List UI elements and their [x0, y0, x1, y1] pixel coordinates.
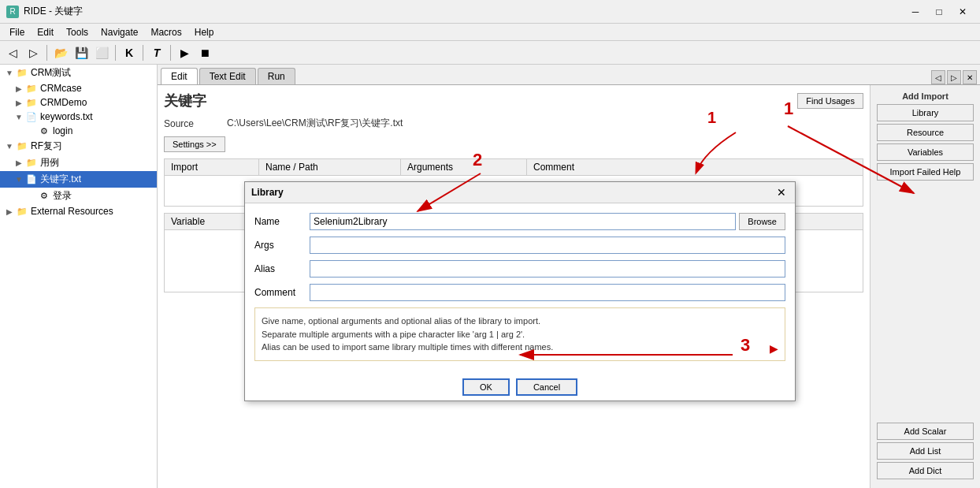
- folder-icon: 📁: [25, 83, 38, 94]
- folder-icon: 📁: [25, 158, 38, 169]
- titlebar-left: R RIDE - 关键字: [6, 5, 83, 18]
- modal-name-label: Name: [254, 216, 310, 227]
- tree-label: 用例: [40, 156, 59, 169]
- menu-macros[interactable]: Macros: [144, 25, 187, 39]
- help-text-line3: Alias can be used to import same library…: [262, 342, 553, 352]
- menubar: File Edit Tools Navigate Macros Help: [0, 24, 980, 41]
- modal-alias-input[interactable]: [310, 260, 785, 278]
- modal-browse-button[interactable]: Browse: [739, 213, 785, 230]
- modal-footer: OK Cancel: [245, 374, 795, 400]
- tab-text-edit[interactable]: Text Edit: [199, 68, 256, 84]
- right-sidebar: Add Import Library Resource Variables Im…: [870, 85, 980, 488]
- t-button[interactable]: T: [147, 43, 166, 62]
- folder-icon: 📁: [25, 97, 38, 108]
- tab-prev-button[interactable]: ◁: [931, 70, 945, 84]
- tree-label: CRM测试: [31, 66, 71, 80]
- import-col-args: Arguments: [401, 159, 527, 175]
- help-text-line1: Give name, optional arguments and option…: [262, 316, 540, 326]
- modal-comment-label: Comment: [254, 287, 310, 298]
- left-panel: ▼ 📁 CRM测试 ▶ 📁 CRMcase ▶ 📁 CRMDemo ▼ 📄 ke…: [0, 65, 158, 488]
- maximize-button[interactable]: □: [928, 4, 950, 20]
- help-text-line2: Separate multiple arguments with a pipe …: [262, 330, 525, 339]
- settings-button[interactable]: Settings >>: [164, 136, 225, 152]
- tab-edit[interactable]: Edit: [161, 68, 198, 84]
- modal-alias-row: Alias: [254, 260, 785, 278]
- modal-title: Library: [251, 187, 284, 198]
- tab-nav: ◁ ▷ ✕: [931, 70, 977, 84]
- tree-label: 关键字.txt: [40, 173, 81, 186]
- tree-item-external[interactable]: ▶ 📁 External Resources: [0, 204, 157, 218]
- tree-item-crmcase[interactable]: ▶ 📁 CRMcase: [0, 81, 157, 95]
- menu-edit[interactable]: Edit: [31, 25, 60, 39]
- tab-next-button[interactable]: ▷: [947, 70, 961, 84]
- tree-item-crmdemo[interactable]: ▶ 📁 CRMDemo: [0, 95, 157, 110]
- add-import-label: Add Import: [877, 91, 974, 101]
- tree-label: External Resources: [31, 206, 113, 217]
- stop-button[interactable]: ⏹: [195, 43, 214, 62]
- expand-icon: ▼: [13, 113, 25, 121]
- run-button[interactable]: ▶: [175, 43, 194, 62]
- help-triangle-icon: ▶: [770, 341, 778, 357]
- back-button[interactable]: ◁: [3, 43, 22, 62]
- modal-cancel-button[interactable]: Cancel: [516, 378, 577, 396]
- tree-label: CRMDemo: [40, 97, 87, 108]
- expand-icon: ▶: [13, 84, 25, 93]
- add-dict-button[interactable]: Add Dict: [877, 462, 974, 479]
- minimize-button[interactable]: ─: [904, 4, 926, 20]
- titlebar: R RIDE - 关键字 ─ □ ✕: [0, 0, 980, 24]
- library-button[interactable]: Library: [877, 104, 974, 121]
- add-list-button[interactable]: Add List: [877, 442, 974, 460]
- close-button[interactable]: ✕: [952, 4, 974, 20]
- menu-navigate[interactable]: Navigate: [95, 25, 144, 39]
- tree-label: RF复习: [31, 140, 62, 153]
- tab-bar: Edit Text Edit Run ◁ ▷ ✕: [158, 65, 980, 85]
- tree-item-denglu[interactable]: ⚙ 登录: [0, 188, 157, 204]
- menu-file[interactable]: File: [3, 25, 31, 39]
- modal-comment-row: Comment: [254, 284, 785, 301]
- import-failed-help-button[interactable]: Import Failed Help: [877, 163, 974, 181]
- modal-name-input[interactable]: [310, 213, 736, 230]
- import-col-import: Import: [165, 159, 259, 175]
- expand-icon: ▼: [13, 175, 25, 184]
- add-scalar-button[interactable]: Add Scalar: [877, 423, 974, 440]
- k-button[interactable]: K: [120, 43, 139, 62]
- modal-comment-input[interactable]: [310, 284, 785, 301]
- menu-tools[interactable]: Tools: [60, 25, 95, 39]
- modal-alias-label: Alias: [254, 263, 310, 274]
- tree-item-login[interactable]: ⚙ login: [0, 124, 157, 138]
- save-button[interactable]: 💾: [72, 43, 91, 62]
- toolbar-sep4: [170, 45, 171, 61]
- resource-button[interactable]: Resource: [877, 124, 974, 141]
- menu-help[interactable]: Help: [188, 25, 221, 39]
- expand-icon: [25, 127, 38, 136]
- item-icon: ⚙: [38, 125, 50, 136]
- forward-button[interactable]: ▷: [24, 43, 43, 62]
- tree-item-keywords-txt[interactable]: ▼ 📄 keywords.txt: [0, 110, 157, 124]
- tab-close-button[interactable]: ✕: [963, 70, 977, 84]
- library-modal: Library ✕ Name Browse Args Alias Comment…: [244, 181, 796, 401]
- modal-args-label: Args: [254, 240, 310, 251]
- sidebar-spacer: [877, 183, 974, 423]
- tab-run[interactable]: Run: [258, 68, 295, 84]
- toolbar: ◁ ▷ 📂 💾 ⬜ K T ▶ ⏹: [0, 41, 980, 65]
- folder-icon: 📁: [16, 141, 28, 152]
- tree-item-yongli[interactable]: ▶ 📁 用例: [0, 155, 157, 171]
- file-icon: 📄: [25, 174, 38, 185]
- expand-icon: ▶: [3, 207, 16, 216]
- keyword-title: 关键字: [164, 91, 206, 110]
- modal-body: Name Browse Args Alias Comment Give name…: [245, 203, 795, 374]
- tree-item-crm[interactable]: ▼ 📁 CRM测试: [0, 65, 157, 81]
- tree-item-guanjianzi[interactable]: ▼ 📄 关键字.txt: [0, 171, 157, 188]
- new-button[interactable]: ⬜: [92, 43, 111, 62]
- tree-item-rf[interactable]: ▼ 📁 RF复习: [0, 138, 157, 155]
- modal-args-input[interactable]: [310, 237, 785, 254]
- find-usages-button[interactable]: Find Usages: [797, 93, 863, 109]
- titlebar-title: RIDE - 关键字: [24, 5, 83, 18]
- source-row: Source C:\Users\Lee\CRM测试\RF复习\关键字.txt: [164, 117, 863, 130]
- modal-ok-button[interactable]: OK: [462, 378, 510, 396]
- variables-button[interactable]: Variables: [877, 143, 974, 161]
- app-icon: R: [6, 6, 19, 18]
- toolbar-sep2: [115, 45, 116, 61]
- modal-close-button[interactable]: ✕: [774, 185, 789, 199]
- open-button[interactable]: 📂: [51, 43, 70, 62]
